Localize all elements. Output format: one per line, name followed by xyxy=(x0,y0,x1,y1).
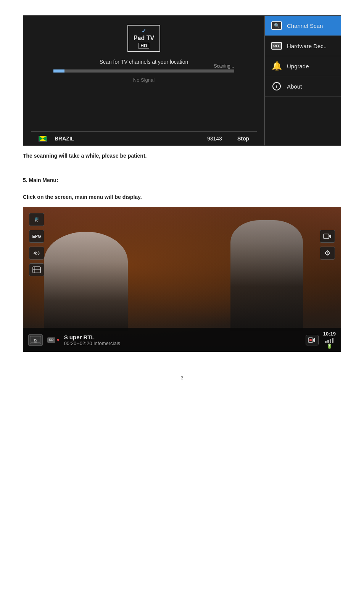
menu-item-hardware-dec[interactable]: OFF Hardware Dec.. xyxy=(265,36,341,56)
time-text: 10:19 xyxy=(323,331,336,337)
channel-scan-label: Channel Scan xyxy=(287,23,323,29)
channel-info: S uper RTL 00:20--02:20 Infomercials xyxy=(64,334,301,346)
about-label: About xyxy=(287,83,302,90)
right-menu-panel: Channel Scan OFF Hardware Dec.. 🔔 Upgrad… xyxy=(264,16,341,145)
section-title: 5. Main Menu: xyxy=(23,177,341,183)
hardware-icon: OFF xyxy=(271,41,282,50)
bottom-bar: BRAZIL 93143 Stop xyxy=(31,131,257,145)
epg-label: EPG xyxy=(32,234,41,239)
hardware-icon-shape: OFF xyxy=(271,42,282,50)
progress-bar-container: Scaning... xyxy=(53,69,234,73)
main-menu-panel: 📺 TV EPG 4:3 ⚙ xyxy=(23,207,341,352)
svg-text:SD: SD xyxy=(34,341,37,343)
program-time: 00:20--02:20 Infomercials xyxy=(64,340,301,346)
bottom-record-icon[interactable] xyxy=(306,335,319,345)
left-sidebar: 📺 TV EPG 4:3 xyxy=(29,213,44,276)
tv-icon-label: 📺 xyxy=(35,216,39,220)
channel-scan-icon xyxy=(271,21,282,30)
about-icon: i xyxy=(271,82,282,91)
time-signal: 10:19 🔋 xyxy=(323,331,336,349)
channel-badges: SD ♥ xyxy=(47,337,60,343)
checkmark-icon: ✓ xyxy=(134,28,154,34)
sd-badge: SD xyxy=(47,337,55,343)
stop-button[interactable]: Stop xyxy=(237,135,249,142)
svg-rect-3 xyxy=(324,234,329,239)
section-desc: Click on the screen, main menu will be d… xyxy=(23,194,341,200)
menu-item-channel-scan[interactable]: Channel Scan xyxy=(265,16,341,36)
upgrade-icon: 🔔 xyxy=(271,61,282,71)
sidebar-epg-icon[interactable]: EPG xyxy=(29,230,44,243)
channel-scan-icon-shape xyxy=(271,21,282,30)
signal-bars-icon xyxy=(325,337,333,343)
left-panel: ✓ Pad TV HD Scan for TV channels at your… xyxy=(23,16,264,145)
country-label: BRAZIL xyxy=(55,135,74,142)
hardware-dec-label: Hardware Dec.. xyxy=(287,43,327,49)
battery-icon: 🔋 xyxy=(327,344,332,349)
ratio-label: 4:3 xyxy=(34,251,40,255)
logo-text: Pad TV xyxy=(134,35,154,41)
menu-item-about[interactable]: i About xyxy=(265,76,341,97)
svg-marker-10 xyxy=(313,338,315,342)
svg-marker-4 xyxy=(329,234,331,238)
progress-bar-bg xyxy=(53,69,234,73)
progress-bar-fill xyxy=(53,69,64,73)
bottom-info-bar: TV SD SD ♥ S uper RTL 00:20--02:20 Infom… xyxy=(23,328,341,352)
sidebar-tv-icon[interactable]: 📺 TV xyxy=(29,213,44,226)
sidebar-ratio-icon[interactable]: 4:3 xyxy=(29,247,44,260)
padtv-logo: ✓ Pad TV HD xyxy=(127,25,160,52)
no-signal-text: No Signal xyxy=(133,77,155,83)
upgrade-icon-shape: 🔔 xyxy=(272,61,282,71)
page-number: 3 xyxy=(23,375,341,381)
hd-badge: HD xyxy=(139,43,149,49)
channel-number: 93143 xyxy=(207,135,222,142)
right-record-icon[interactable] xyxy=(320,230,335,243)
info-text: The scanning will take a while, please b… xyxy=(23,153,341,159)
svg-point-11 xyxy=(309,339,312,341)
channel-name: S uper RTL xyxy=(64,334,301,340)
right-sidebar: ⚙ xyxy=(320,230,335,260)
teletext-svg xyxy=(32,266,41,273)
person-left-silhouette xyxy=(44,232,128,331)
heart-icon: ♥ xyxy=(57,337,60,343)
right-settings-icon[interactable]: ⚙ xyxy=(320,247,335,260)
sidebar-teletext-icon[interactable] xyxy=(29,263,44,276)
menu-item-upgrade[interactable]: 🔔 Upgrade xyxy=(265,56,341,76)
upgrade-label: Upgrade xyxy=(287,63,309,69)
brazil-flag-icon xyxy=(39,136,47,142)
settings-gear-icon: ⚙ xyxy=(324,249,330,257)
channel-logo: TV SD xyxy=(28,334,43,346)
about-icon-shape: i xyxy=(272,82,281,90)
person-right-silhouette xyxy=(230,220,303,331)
svg-rect-0 xyxy=(33,267,40,273)
top-screenshot: ✓ Pad TV HD Scan for TV channels at your… xyxy=(23,15,341,146)
scan-text: Scan for TV channels at your location xyxy=(100,59,188,65)
scanning-label: Scaning... xyxy=(214,63,234,69)
